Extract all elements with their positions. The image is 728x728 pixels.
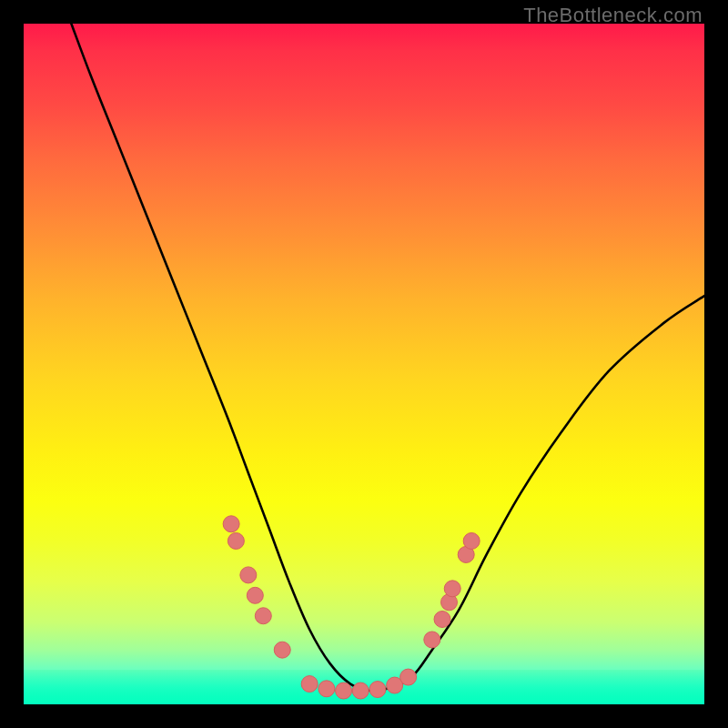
data-marker <box>336 682 352 699</box>
data-marker <box>463 532 480 549</box>
data-marker <box>228 532 244 549</box>
chart-plot-area <box>24 24 704 704</box>
watermark-text: TheBottleneck.com <box>523 4 703 27</box>
data-marker <box>352 682 369 699</box>
data-marker <box>255 608 271 624</box>
data-marker <box>444 581 460 597</box>
curve-layer <box>71 24 704 691</box>
data-marker <box>369 682 386 698</box>
data-marker <box>318 681 335 697</box>
data-marker <box>434 612 450 628</box>
data-marker <box>301 676 318 693</box>
data-marker <box>274 642 290 658</box>
data-marker <box>240 567 257 583</box>
markers-layer <box>223 516 480 699</box>
data-marker <box>223 516 239 532</box>
chart-svg <box>24 24 704 704</box>
data-marker <box>424 632 440 648</box>
data-marker <box>400 669 417 685</box>
bottleneck-curve <box>71 24 704 691</box>
data-marker <box>247 587 263 603</box>
